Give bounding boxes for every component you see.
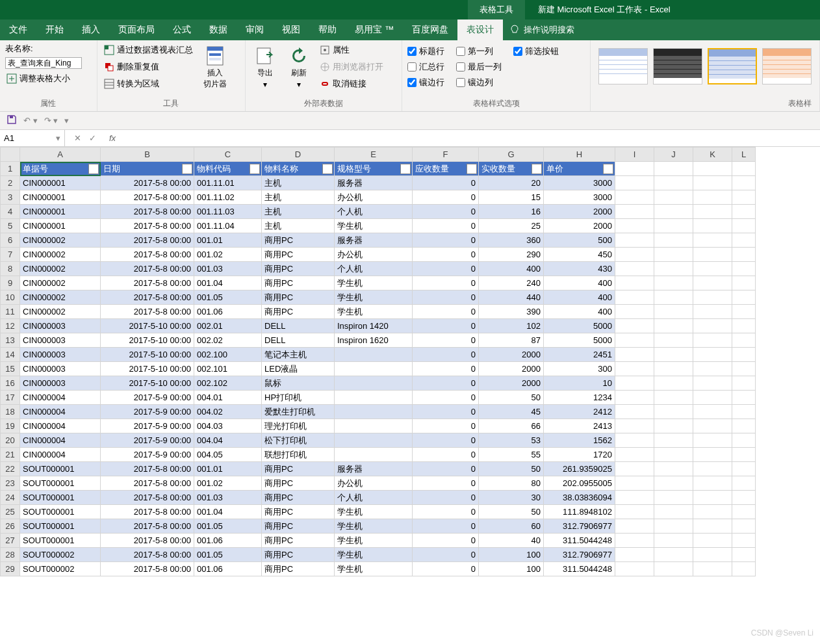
cell-C13[interactable]: 002.02: [194, 333, 262, 348]
cell-E23[interactable]: 办公机: [335, 476, 413, 491]
cell-F8[interactable]: 0: [413, 262, 479, 276]
cell-D10[interactable]: 商用PC: [262, 290, 335, 305]
cell-H28[interactable]: 312.7906977: [544, 548, 615, 562]
cell-I22[interactable]: [615, 462, 654, 476]
filter-dropdown-icon[interactable]: ▾: [88, 164, 99, 174]
cell-H26[interactable]: 312.7906977: [544, 519, 615, 534]
cell-K21[interactable]: [693, 448, 732, 462]
chk-total-row[interactable]: 汇总行: [407, 61, 444, 73]
cell-C18[interactable]: 004.02: [194, 405, 262, 419]
cell-K8[interactable]: [693, 262, 732, 276]
unlink-button[interactable]: 取消链接: [318, 77, 385, 91]
cell-E27[interactable]: 学生机: [335, 534, 413, 548]
cell-G7[interactable]: 290: [479, 248, 544, 262]
cell-C27[interactable]: 001.06: [194, 534, 262, 548]
cell-G19[interactable]: 66: [479, 419, 544, 433]
cell-B29[interactable]: 2017-5-8 00:00: [101, 562, 194, 576]
cell-D15[interactable]: LED液晶: [262, 362, 335, 376]
cell-G5[interactable]: 25: [479, 219, 544, 233]
cell-L17[interactable]: [732, 391, 756, 405]
cell-H18[interactable]: 2412: [544, 405, 615, 419]
cell-A23[interactable]: SOUT000001: [20, 476, 101, 491]
cell-H8[interactable]: 430: [544, 262, 615, 276]
col-header-J[interactable]: J: [654, 148, 693, 162]
cell-D12[interactable]: DELL: [262, 319, 335, 333]
cell-J8[interactable]: [654, 262, 693, 276]
cell-C16[interactable]: 002.102: [194, 376, 262, 391]
cell-D25[interactable]: 商用PC: [262, 505, 335, 519]
cell-C23[interactable]: 001.02: [194, 476, 262, 491]
cell-F16[interactable]: 0: [413, 376, 479, 391]
cell-B24[interactable]: 2017-5-8 00:00: [101, 491, 194, 505]
chk-first-col[interactable]: 第一列: [456, 45, 502, 57]
cell-L21[interactable]: [732, 448, 756, 462]
row-header-3[interactable]: 3: [1, 190, 20, 205]
cell-K4[interactable]: [693, 205, 732, 219]
cell-E24[interactable]: 个人机: [335, 491, 413, 505]
cell-I19[interactable]: [615, 419, 654, 433]
tab-插入[interactable]: 插入: [73, 19, 109, 40]
cell-B15[interactable]: 2017-5-10 00:00: [101, 362, 194, 376]
col-header-F[interactable]: F: [413, 148, 479, 162]
cell-F7[interactable]: 0: [413, 248, 479, 262]
cell-K29[interactable]: [693, 562, 732, 576]
redo-button[interactable]: ↷ ▾: [44, 116, 58, 125]
cell-H22[interactable]: 261.9359025: [544, 462, 615, 476]
chk-filter-button[interactable]: 筛选按钮: [513, 45, 559, 57]
cell-K6[interactable]: [693, 233, 732, 248]
cell-I2[interactable]: [615, 176, 654, 190]
row-header-22[interactable]: 22: [1, 462, 20, 476]
table-header-物料名称[interactable]: 物料名称▾: [262, 162, 335, 176]
cell-C15[interactable]: 002.101: [194, 362, 262, 376]
row-header-27[interactable]: 27: [1, 534, 20, 548]
cell-H29[interactable]: 311.5044248: [544, 562, 615, 576]
cell-D22[interactable]: 商用PC: [262, 462, 335, 476]
cell-F29[interactable]: 0: [413, 562, 479, 576]
cell-E18[interactable]: [335, 405, 413, 419]
cell-E14[interactable]: [335, 348, 413, 362]
cell-E12[interactable]: Inspiron 1420: [335, 319, 413, 333]
cell-J1[interactable]: [654, 162, 693, 176]
cell-B28[interactable]: 2017-5-8 00:00: [101, 548, 194, 562]
row-header-23[interactable]: 23: [1, 476, 20, 491]
cell-A25[interactable]: SOUT000001: [20, 505, 101, 519]
cell-H5[interactable]: 2000: [544, 219, 615, 233]
cell-B13[interactable]: 2017-5-10 00:00: [101, 333, 194, 348]
cell-C2[interactable]: 001.11.01: [194, 176, 262, 190]
cell-F23[interactable]: 0: [413, 476, 479, 491]
cell-B25[interactable]: 2017-5-8 00:00: [101, 505, 194, 519]
cell-L18[interactable]: [732, 405, 756, 419]
cell-H4[interactable]: 2000: [544, 205, 615, 219]
cell-K25[interactable]: [693, 505, 732, 519]
cell-L20[interactable]: [732, 433, 756, 448]
cell-F18[interactable]: 0: [413, 405, 479, 419]
cell-I28[interactable]: [615, 548, 654, 562]
cell-D20[interactable]: 松下打印机: [262, 433, 335, 448]
row-header-21[interactable]: 21: [1, 448, 20, 462]
cell-L1[interactable]: [732, 162, 756, 176]
cell-B26[interactable]: 2017-5-8 00:00: [101, 519, 194, 534]
cell-G26[interactable]: 60: [479, 519, 544, 534]
cell-K3[interactable]: [693, 190, 732, 205]
cell-G3[interactable]: 15: [479, 190, 544, 205]
tab-易用宝 ™[interactable]: 易用宝 ™: [346, 19, 403, 40]
cell-A18[interactable]: CIN000004: [20, 405, 101, 419]
cell-A9[interactable]: CIN000002: [20, 276, 101, 290]
cell-C5[interactable]: 001.11.04: [194, 219, 262, 233]
cell-I3[interactable]: [615, 190, 654, 205]
cell-B21[interactable]: 2017-5-9 00:00: [101, 448, 194, 462]
cell-C12[interactable]: 002.01: [194, 319, 262, 333]
cell-J15[interactable]: [654, 362, 693, 376]
cancel-formula-button[interactable]: ✕: [74, 133, 81, 143]
cell-J29[interactable]: [654, 562, 693, 576]
cell-F6[interactable]: 0: [413, 233, 479, 248]
cell-C29[interactable]: 001.06: [194, 562, 262, 576]
cell-H20[interactable]: 1562: [544, 433, 615, 448]
table-header-实收数量[interactable]: 实收数量▾: [479, 162, 544, 176]
cell-K10[interactable]: [693, 290, 732, 305]
row-header-12[interactable]: 12: [1, 319, 20, 333]
cell-G15[interactable]: 2000: [479, 362, 544, 376]
undo-button[interactable]: ↶ ▾: [23, 116, 38, 125]
cell-J25[interactable]: [654, 505, 693, 519]
cell-I20[interactable]: [615, 433, 654, 448]
